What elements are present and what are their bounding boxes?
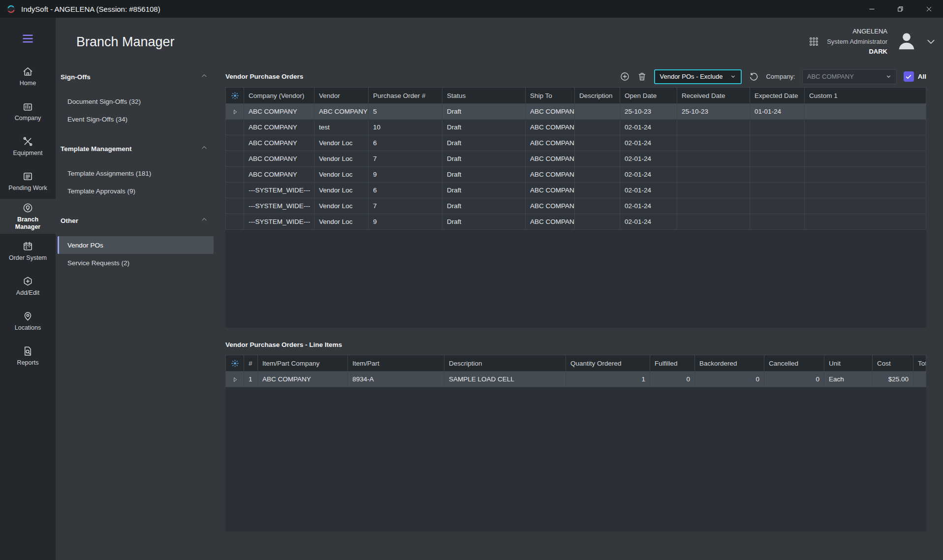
cell bbox=[575, 167, 620, 183]
column-header-item-part-company[interactable]: Item/Part Company bbox=[258, 355, 348, 372]
sidebar-item-pending-work[interactable]: Pending Work bbox=[0, 164, 56, 199]
user-avatar[interactable] bbox=[895, 30, 918, 54]
cell: 1 bbox=[244, 372, 258, 387]
sidebar-item-label: Locations bbox=[15, 324, 41, 332]
add-icon[interactable] bbox=[620, 71, 630, 82]
sidebar-item-equipment[interactable]: Equipment bbox=[0, 129, 56, 164]
column-header-status[interactable]: Status bbox=[442, 88, 526, 104]
nav-section-template-management: Template ManagementTemplate Assignments … bbox=[56, 144, 225, 200]
subnav: Sign-OffsDocument Sign-Offs (32)Event Si… bbox=[56, 66, 225, 560]
cell bbox=[677, 214, 750, 230]
hamburger-menu-button[interactable] bbox=[0, 18, 56, 59]
sidebar-item-add-edit[interactable]: Add/Edit bbox=[0, 269, 56, 304]
column-header-open-date[interactable]: Open Date bbox=[620, 88, 677, 104]
app-grid-icon[interactable] bbox=[809, 36, 819, 47]
sidebar-item-company[interactable]: Company bbox=[0, 94, 56, 129]
cell: 6 bbox=[369, 183, 442, 198]
nav-item-service-requests-2[interactable]: Service Requests (2) bbox=[58, 254, 214, 272]
vendor-pos-filter-dropdown[interactable]: Vendor POs - Exclude bbox=[654, 69, 742, 84]
cell: Vendor Loc bbox=[314, 151, 369, 167]
cell: 0 bbox=[764, 372, 824, 387]
row-expander-cell bbox=[226, 183, 244, 198]
close-button[interactable] bbox=[914, 0, 943, 18]
nav-item-event-sign-offs-34[interactable]: Event Sign-Offs (34) bbox=[58, 110, 214, 128]
column-header-backordered[interactable]: Backordered bbox=[695, 355, 764, 372]
cell: ABC COMPANY bbox=[526, 214, 575, 230]
cell bbox=[575, 151, 620, 167]
cell: Draft bbox=[442, 198, 526, 214]
column-header-cancelled[interactable]: Cancelled bbox=[764, 355, 824, 372]
nav-item-document-sign-offs-32[interactable]: Document Sign-Offs (32) bbox=[58, 93, 214, 110]
nav-item-template-approvals-9[interactable]: Template Approvals (9) bbox=[58, 182, 214, 200]
maximize-button[interactable] bbox=[886, 0, 914, 18]
company-label: Company: bbox=[766, 73, 795, 80]
sidebar-item-reports[interactable]: Reports bbox=[0, 339, 56, 373]
cell: Draft bbox=[442, 151, 526, 167]
column-header-ship-to[interactable]: Ship To bbox=[526, 88, 575, 104]
minimize-button[interactable] bbox=[857, 0, 886, 18]
cell bbox=[677, 151, 750, 167]
column-header-item-part[interactable]: Item/Part bbox=[348, 355, 444, 372]
company-dropdown[interactable]: ABC COMPANY bbox=[802, 69, 897, 84]
cell bbox=[805, 167, 926, 183]
cell: 7 bbox=[369, 151, 442, 167]
cell bbox=[677, 135, 750, 151]
column-header-quantity-ordered[interactable]: Quantity Ordered bbox=[566, 355, 650, 372]
sidebar-item-label: Order System bbox=[9, 254, 47, 262]
column-header-description[interactable]: Description bbox=[444, 355, 566, 372]
table-row[interactable]: 1ABC COMPANY8934-ASAMPLE LOAD CELL1000Ea… bbox=[226, 372, 926, 387]
indysoft-logo-icon bbox=[6, 4, 16, 14]
sidebar-item-locations[interactable]: Locations bbox=[0, 304, 56, 339]
all-checkbox[interactable] bbox=[904, 71, 914, 82]
sidebar-item-branch-manager[interactable]: Branch Manager bbox=[0, 199, 56, 234]
table-row[interactable]: ABC COMPANYtest10DraftABC COMPANY02-01-2… bbox=[226, 120, 926, 135]
chevron-up-icon bbox=[201, 216, 208, 225]
sidebar-item-label: Add/Edit bbox=[16, 289, 39, 297]
column-header-company-vendor[interactable]: Company (Vendor) bbox=[244, 88, 314, 104]
row-expander-icon[interactable] bbox=[232, 376, 238, 383]
table-settings-header[interactable] bbox=[226, 355, 244, 372]
nav-item-vendor-pos[interactable]: Vendor POs bbox=[58, 236, 214, 254]
column-header-fulfilled[interactable]: Fulfilled bbox=[650, 355, 695, 372]
refresh-icon[interactable] bbox=[749, 71, 759, 82]
table-row[interactable]: ABC COMPANYVendor Loc7DraftABC COMPANY02… bbox=[226, 151, 926, 167]
sidebar-item-home[interactable]: Home bbox=[0, 59, 56, 94]
nav-section-header-other[interactable]: Other bbox=[56, 216, 208, 225]
cell bbox=[575, 135, 620, 151]
cell: 02-01-24 bbox=[620, 135, 677, 151]
column-header-unit[interactable]: Unit bbox=[824, 355, 873, 372]
column-header-received-date[interactable]: Received Date bbox=[677, 88, 750, 104]
user-info: ANGELENA System Administrator DARK bbox=[827, 27, 887, 57]
cell: 02-01-24 bbox=[620, 151, 677, 167]
column-header-total[interactable]: Total bbox=[913, 355, 926, 372]
row-expander-icon[interactable] bbox=[232, 109, 238, 115]
table-row[interactable]: ---SYSTEM_WIDE---Vendor Loc6DraftABC COM… bbox=[226, 183, 926, 198]
cell: Vendor Loc bbox=[314, 167, 369, 183]
cell bbox=[750, 198, 805, 214]
table-row[interactable]: ABC COMPANYVendor Loc9DraftABC COMPANY02… bbox=[226, 167, 926, 183]
table-row[interactable]: ABC COMPANYVendor Loc6DraftABC COMPANY02… bbox=[226, 135, 926, 151]
table-settings-header[interactable] bbox=[226, 88, 244, 104]
nav-section-header-template-management[interactable]: Template Management bbox=[56, 144, 208, 154]
nav-section-header-sign-offs[interactable]: Sign-Offs bbox=[56, 72, 208, 82]
table-row[interactable]: ---SYSTEM_WIDE---Vendor Loc7DraftABC COM… bbox=[226, 198, 926, 214]
column-header-expected-date[interactable]: Expected Date bbox=[750, 88, 805, 104]
cell bbox=[575, 198, 620, 214]
delete-icon[interactable] bbox=[637, 71, 647, 82]
cell: Vendor Loc bbox=[314, 214, 369, 230]
cell: 25-10-23 bbox=[677, 104, 750, 120]
table-row[interactable]: ---SYSTEM_WIDE---Vendor Loc9DraftABC COM… bbox=[226, 214, 926, 230]
cell: 6 bbox=[369, 135, 442, 151]
chevron-down-icon[interactable] bbox=[926, 36, 936, 47]
column-header-custom-1[interactable]: Custom 1 bbox=[805, 88, 926, 104]
order-system-icon bbox=[22, 241, 33, 252]
column-header-purchase-order[interactable]: Purchase Order # bbox=[369, 88, 442, 104]
column-header-description[interactable]: Description bbox=[575, 88, 620, 104]
page-header: Branch Manager ANGELENA System Administr… bbox=[56, 18, 943, 66]
nav-item-template-assignments-181[interactable]: Template Assignments (181) bbox=[58, 164, 214, 182]
column-header-cost[interactable]: Cost bbox=[873, 355, 913, 372]
table-row[interactable]: ABC COMPANYABC COMPANY5DraftABC COMPANY2… bbox=[226, 104, 926, 120]
sidebar-item-order-system[interactable]: Order System bbox=[0, 234, 56, 269]
column-header-col-0[interactable]: # bbox=[244, 355, 258, 372]
column-header-vendor[interactable]: Vendor bbox=[314, 88, 369, 104]
